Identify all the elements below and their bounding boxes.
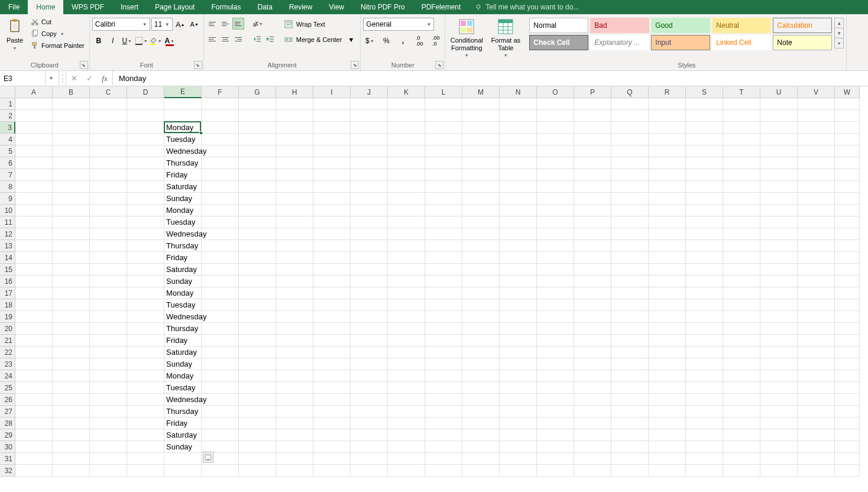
- cell-G24[interactable]: [239, 370, 276, 382]
- cell-V19[interactable]: [798, 311, 835, 323]
- cell-C30[interactable]: [90, 441, 127, 453]
- cell-J23[interactable]: [351, 358, 388, 370]
- cell-O8[interactable]: [537, 181, 574, 193]
- row-header-32[interactable]: 32: [0, 465, 15, 477]
- cell-H8[interactable]: [276, 181, 313, 193]
- cell-F2[interactable]: [202, 110, 239, 122]
- cell-R24[interactable]: [649, 370, 686, 382]
- cell-J22[interactable]: [351, 347, 388, 358]
- cell-A14[interactable]: [15, 252, 53, 264]
- cell-E5[interactable]: Wednesday: [164, 145, 202, 157]
- cell-U10[interactable]: [760, 205, 798, 216]
- cell-V21[interactable]: [798, 335, 835, 347]
- align-center-button[interactable]: [219, 33, 231, 45]
- cell-V16[interactable]: [798, 276, 835, 287]
- cell-M25[interactable]: [462, 382, 500, 394]
- cell-N5[interactable]: [500, 145, 537, 157]
- cell-H20[interactable]: [276, 323, 313, 335]
- cell-E31[interactable]: [164, 453, 202, 465]
- cell-K21[interactable]: [388, 335, 425, 347]
- align-middle-button[interactable]: [219, 18, 231, 30]
- cell-D7[interactable]: [127, 169, 164, 181]
- cell-H29[interactable]: [276, 429, 313, 441]
- cell-L27[interactable]: [425, 406, 462, 417]
- cell-N16[interactable]: [500, 276, 537, 287]
- cell-Q30[interactable]: [611, 441, 649, 453]
- cell-B14[interactable]: [53, 252, 90, 264]
- cell-A21[interactable]: [15, 335, 53, 347]
- cell-U27[interactable]: [760, 406, 798, 417]
- row-header-18[interactable]: 18: [0, 299, 15, 311]
- cell-F3[interactable]: [202, 122, 239, 134]
- cell-V3[interactable]: [798, 122, 835, 134]
- cell-T18[interactable]: [723, 299, 760, 311]
- cell-H9[interactable]: [276, 193, 313, 205]
- cell-K18[interactable]: [388, 299, 425, 311]
- cell-U31[interactable]: [760, 453, 798, 465]
- cell-F27[interactable]: [202, 406, 239, 417]
- cell-E7[interactable]: Friday: [164, 169, 202, 181]
- cell-F10[interactable]: [202, 205, 239, 216]
- cut-button[interactable]: Cut: [28, 17, 87, 27]
- cell-P26[interactable]: [574, 394, 611, 406]
- cell-H31[interactable]: [276, 453, 313, 465]
- cell-A6[interactable]: [15, 157, 53, 169]
- cell-J31[interactable]: [351, 453, 388, 465]
- cell-F26[interactable]: [202, 394, 239, 406]
- cell-L12[interactable]: [425, 228, 462, 240]
- cell-T19[interactable]: [723, 311, 760, 323]
- cell-M18[interactable]: [462, 299, 500, 311]
- accounting-format-button[interactable]: $▼: [363, 34, 376, 47]
- cell-P7[interactable]: [574, 169, 611, 181]
- cell-H1[interactable]: [276, 98, 313, 110]
- column-header-W[interactable]: W: [835, 86, 860, 98]
- cell-L4[interactable]: [425, 134, 462, 145]
- cell-H6[interactable]: [276, 157, 313, 169]
- cell-K32[interactable]: [388, 465, 425, 477]
- cell-P19[interactable]: [574, 311, 611, 323]
- cell-L26[interactable]: [425, 394, 462, 406]
- cell-B5[interactable]: [53, 145, 90, 157]
- tab-file[interactable]: File: [0, 0, 28, 14]
- cell-B7[interactable]: [53, 169, 90, 181]
- cell-D24[interactable]: [127, 370, 164, 382]
- cell-Q1[interactable]: [611, 98, 649, 110]
- orientation-button[interactable]: ab▼: [251, 18, 263, 30]
- cell-H21[interactable]: [276, 335, 313, 347]
- cell-U9[interactable]: [760, 193, 798, 205]
- cell-H18[interactable]: [276, 299, 313, 311]
- cell-G27[interactable]: [239, 406, 276, 417]
- cell-U22[interactable]: [760, 347, 798, 358]
- row-header-28[interactable]: 28: [0, 417, 15, 429]
- cell-I3[interactable]: [313, 122, 351, 134]
- cell-C23[interactable]: [90, 358, 127, 370]
- cell-W18[interactable]: [835, 299, 860, 311]
- cell-C8[interactable]: [90, 181, 127, 193]
- cell-T8[interactable]: [723, 181, 760, 193]
- cell-R27[interactable]: [649, 406, 686, 417]
- cell-E13[interactable]: Thursday: [164, 240, 202, 252]
- cell-K9[interactable]: [388, 193, 425, 205]
- cell-W4[interactable]: [835, 134, 860, 145]
- cell-G3[interactable]: [239, 122, 276, 134]
- cell-V14[interactable]: [798, 252, 835, 264]
- cell-O31[interactable]: [537, 453, 574, 465]
- cell-J14[interactable]: [351, 252, 388, 264]
- cell-F5[interactable]: [202, 145, 239, 157]
- style-explanatory-[interactable]: Explanatory ...: [590, 35, 649, 50]
- cell-L8[interactable]: [425, 181, 462, 193]
- cell-A3[interactable]: [15, 122, 53, 134]
- cell-N31[interactable]: [500, 453, 537, 465]
- cell-K30[interactable]: [388, 441, 425, 453]
- cell-G16[interactable]: [239, 276, 276, 287]
- cell-V26[interactable]: [798, 394, 835, 406]
- cell-C22[interactable]: [90, 347, 127, 358]
- cell-I29[interactable]: [313, 429, 351, 441]
- cell-N7[interactable]: [500, 169, 537, 181]
- style-note[interactable]: Note: [773, 35, 832, 50]
- cell-T26[interactable]: [723, 394, 760, 406]
- cell-V10[interactable]: [798, 205, 835, 216]
- wrap-text-button[interactable]: Wrap Text: [281, 18, 358, 31]
- cell-U24[interactable]: [760, 370, 798, 382]
- cell-H16[interactable]: [276, 276, 313, 287]
